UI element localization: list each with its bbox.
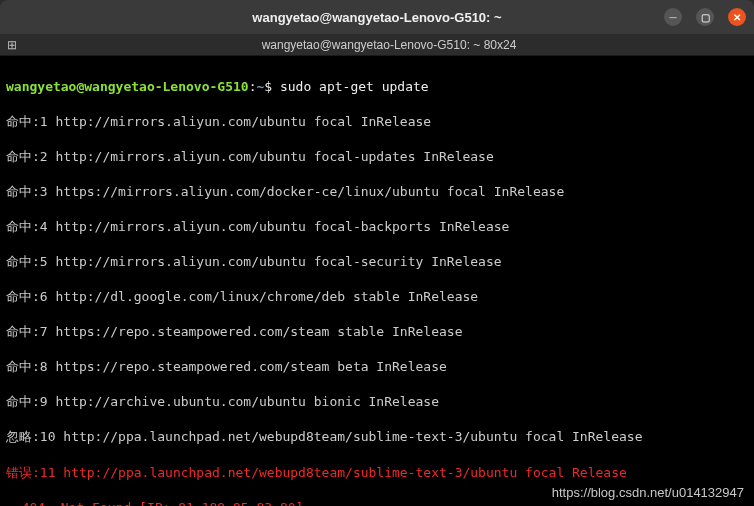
output-line: 命中:2 http://mirrors.aliyun.com/ubuntu fo… [6, 148, 748, 166]
output-error-line: 错误:11 http://ppa.launchpad.net/webupd8te… [6, 464, 748, 482]
output-line: 命中:7 https://repo.steampowered.com/steam… [6, 323, 748, 341]
window-controls: ─ ▢ ✕ [664, 8, 746, 26]
prompt-user-host: wangyetao@wangyetao-Lenovo-G510 [6, 79, 249, 94]
output-line: 命中:9 http://archive.ubuntu.com/ubuntu bi… [6, 393, 748, 411]
tab-title: wangyetao@wangyetao-Lenovo-G510: ~ 80x24 [24, 38, 754, 52]
maximize-button[interactable]: ▢ [696, 8, 714, 26]
watermark-text: https://blog.csdn.net/u014132947 [552, 485, 744, 500]
minimize-button[interactable]: ─ [664, 8, 682, 26]
terminal-content[interactable]: wangyetao@wangyetao-Lenovo-G510:~$ sudo … [0, 56, 754, 506]
output-line: 命中:4 http://mirrors.aliyun.com/ubuntu fo… [6, 218, 748, 236]
prompt-dollar: $ [264, 79, 272, 94]
window-titlebar: wangyetao@wangyetao-Lenovo-G510: ~ ─ ▢ ✕ [0, 0, 754, 34]
command-text: sudo apt-get update [280, 79, 429, 94]
output-line: 忽略:10 http://ppa.launchpad.net/webupd8te… [6, 428, 748, 446]
terminal-menubar: ⊞ wangyetao@wangyetao-Lenovo-G510: ~ 80x… [0, 34, 754, 56]
close-button[interactable]: ✕ [728, 8, 746, 26]
output-line: 命中:6 http://dl.google.com/linux/chrome/d… [6, 288, 748, 306]
output-line: 命中:3 https://mirrors.aliyun.com/docker-c… [6, 183, 748, 201]
window-title: wangyetao@wangyetao-Lenovo-G510: ~ [252, 10, 501, 25]
new-tab-icon[interactable]: ⊞ [0, 38, 24, 52]
output-line: 命中:1 http://mirrors.aliyun.com/ubuntu fo… [6, 113, 748, 131]
output-line: 命中:5 http://mirrors.aliyun.com/ubuntu fo… [6, 253, 748, 271]
output-line: 命中:8 https://repo.steampowered.com/steam… [6, 358, 748, 376]
